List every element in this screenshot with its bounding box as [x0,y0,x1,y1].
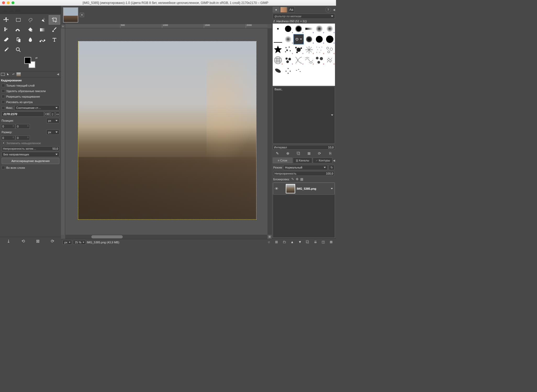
brushes-tabs-menu-icon[interactable]: ◀ [333,8,335,12]
darken-opacity-slider[interactable]: Непрозрачность затем… 50,0 [2,146,59,151]
tab-brushes-icon[interactable]: ● [273,7,279,13]
opt-all-layers[interactable]: Во всех слоях [1,165,60,170]
color-swatches[interactable]: ⇄ [23,57,38,70]
ratio-landscape-icon[interactable]: ▭ [56,111,60,117]
close-window-button[interactable] [2,1,5,4]
brush-open-icon[interactable]: ⎘ [327,151,333,155]
size-unit-select[interactable]: px [46,130,59,135]
tool-color-picker[interactable] [1,45,12,54]
tool-reset-icon[interactable]: ⟳ [49,239,56,244]
foreground-color[interactable] [24,57,31,64]
tab-channels[interactable]: ||| Каналы [293,158,312,163]
lock-position-icon[interactable]: ✥ [296,177,299,181]
tool-smudge[interactable] [25,35,36,44]
tool-zoom[interactable] [13,45,24,54]
tool-path[interactable] [37,35,48,44]
layer-group-icon[interactable]: 🗀 [282,240,287,244]
tool-rect-select[interactable] [13,15,24,25]
status-unit-select[interactable]: px [63,240,72,245]
layers-tabs-menu-icon[interactable]: ◀ [333,159,335,162]
size-h-input[interactable]: 0 [16,136,30,140]
ratio-clear-icon[interactable]: ⌫ [45,111,50,117]
brush-refresh-icon[interactable]: ⟳ [316,151,323,155]
tool-save-icon[interactable]: ⤓ [5,239,12,244]
tool-eraser[interactable] [1,35,12,44]
brush-new-icon[interactable]: ⊕ [285,151,291,155]
position-unit-select[interactable]: px [46,118,59,123]
brush-grid[interactable]: + + + + + + + + + + + + + + + + + + + + … [273,24,335,86]
opt-darken[interactable]: Затемнить невыделенное [1,140,60,146]
ruler-origin[interactable]: ▸ [61,24,65,28]
tab-undo-icon[interactable]: ↶ [11,72,16,77]
size-w-input[interactable]: 0 [1,136,15,140]
tab-layers[interactable]: ≡ Слои [273,158,292,163]
minimize-window-button[interactable] [7,1,10,4]
image-tab-thumbnail[interactable] [63,7,78,23]
tab-fonts-icon[interactable]: Aa [288,7,295,13]
tool-text[interactable] [49,35,60,44]
brush-edit-icon[interactable]: ✎ [274,151,281,155]
lock-alpha-icon[interactable]: ▦ [300,177,303,181]
layer-item[interactable]: 👁 IMG_5385.png [273,183,335,195]
zoom-window-button[interactable] [12,1,14,4]
brush-delete-icon[interactable]: ⊠ [306,151,312,155]
layer-down-icon[interactable]: ▼ [297,240,303,244]
tab-paths[interactable]: ⟋ Контуры [313,158,332,163]
layer-delete-icon[interactable]: ⊠ [328,240,334,244]
status-zoom-select[interactable]: 25 % [73,240,86,245]
position-y-input[interactable]: 0 [16,124,30,129]
guides-select[interactable]: Без направляющих [2,152,59,157]
opt-only-current[interactable]: Только текущий слой [1,83,60,88]
opt-fixed-checkbox[interactable] [2,106,5,110]
ruler-horizontal[interactable]: 500 1000 1500 2000 [65,24,267,28]
tab-images-thumb[interactable] [16,72,21,77]
position-x-input[interactable]: 0 [1,124,15,129]
tool-restore-icon[interactable]: ⟲ [20,239,26,244]
tool-move[interactable] [1,15,12,25]
opt-allow-grow[interactable]: Разрешить наращивание [1,94,60,99]
lock-pixels-icon[interactable]: ✎ [291,177,294,181]
image-tab-close-icon[interactable]: ✕ [80,13,84,17]
layer-merge-icon[interactable]: ⇊ [313,240,318,244]
brush-filter-input[interactable]: фильтр по меткам [273,14,335,19]
tool-transform[interactable] [1,25,12,35]
brush-interval-slider[interactable]: Интервал 10,0 [273,145,335,150]
tool-crop[interactable] [49,15,60,25]
tool-fuzzy-select[interactable] [37,15,48,25]
ratio-input[interactable] [2,111,44,117]
swap-colors-icon[interactable]: ⇄ [35,57,37,59]
layer-name-label[interactable]: IMG_5385.png [297,187,316,190]
layer-visibility-icon[interactable]: 👁 [274,187,279,191]
tool-bucket[interactable] [25,25,36,35]
status-cancel-icon[interactable]: ⊘ [268,240,270,244]
layer-mask-icon[interactable]: ◫ [320,240,326,244]
mode-switch-icon[interactable]: ↻ [329,165,334,170]
opt-delete-cropped[interactable]: Удалять обрезанные пиксели [1,88,60,94]
tab-device-icon[interactable] [6,72,10,77]
ruler-vertical[interactable] [61,28,65,235]
canvas[interactable] [65,28,267,235]
help-icon[interactable]: ? [325,7,331,13]
ratio-portrait-icon[interactable]: ▯ [51,111,55,117]
tool-delete-icon[interactable]: ⊠ [35,239,41,244]
tool-gradient[interactable] [37,25,48,35]
brush-preset-select[interactable]: Basic, [273,87,335,144]
tool-clone[interactable] [13,35,24,44]
tool-paintbrush[interactable] [49,25,60,35]
tab-tool-options-icon[interactable] [1,72,5,77]
layer-thumbnail[interactable] [286,184,295,193]
autoshrink-button[interactable]: Автосокращение выделения [2,158,59,164]
opt-draw-center[interactable]: Рисовать из центра [1,99,60,105]
tab-patterns-icon[interactable] [280,7,287,13]
mode-select[interactable]: Нормальный [283,165,328,170]
layer-duplicate-icon[interactable]: ⿻ [305,240,311,244]
layer-opacity-slider[interactable]: Непрозрачность 100,0 [273,171,334,176]
layer-up-icon[interactable]: ▲ [289,240,295,244]
fixed-mode-select[interactable]: Соотношение ст… [14,105,59,110]
scrollbar-vertical[interactable] [267,28,272,235]
nav-corner-icon[interactable]: ⊞ [267,235,272,239]
scrollbar-horizontal[interactable] [65,235,267,239]
tool-free-select[interactable] [25,15,36,25]
layer-new-icon[interactable]: ⊞ [274,240,279,244]
brush-duplicate-icon[interactable]: ⿻ [295,151,302,155]
